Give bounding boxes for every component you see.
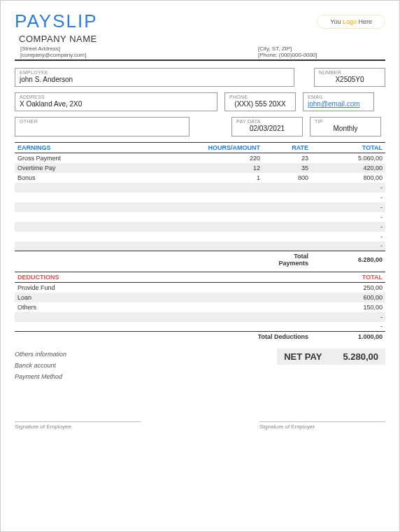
cell-desc: Others (15, 302, 311, 312)
cell-rate: 23 (263, 153, 311, 163)
cell-total: - (311, 232, 385, 241)
cell-rate (263, 202, 311, 212)
cell-total: - (311, 322, 385, 332)
net-pay-value: 5.280,00 (343, 351, 378, 362)
table-row: Provide Fund250,00 (15, 283, 385, 293)
divider (15, 59, 385, 61)
signature-employer: Signature of Employer (259, 421, 385, 430)
cell-hours: 12 (182, 163, 264, 173)
cell-desc (15, 241, 182, 251)
cell-rate: 800 (263, 173, 311, 183)
cell-total: 600,00 (311, 293, 385, 302)
company-phone: [Phone: (000)000-0000] (258, 52, 385, 58)
company-name: COMPANY NAME (19, 34, 385, 44)
cell-total: - (311, 312, 385, 322)
cell-desc (15, 232, 182, 241)
field-value: X2505Y0 (319, 76, 380, 83)
cell-rate (263, 241, 311, 251)
cell-total: - (311, 202, 385, 212)
company-street: [Street Address] (20, 46, 258, 52)
total-payments-label: Total Payments (263, 251, 311, 268)
cell-rate (263, 212, 311, 222)
table-row: - (15, 322, 385, 332)
field-label: EMPLOYEE (20, 70, 290, 75)
field-label: ADDRESS (20, 94, 213, 99)
cell-total: - (311, 212, 385, 222)
field-email: EMAIL john@email.com (303, 92, 374, 111)
col-desc: EARNINGS (15, 143, 182, 153)
field-address: ADDRESS X Oakland Ave, 2X0 (15, 92, 217, 111)
col-total: TOTAL (311, 272, 385, 283)
table-row: - (15, 312, 385, 322)
col-hours: HOURS/AMOUNT (182, 143, 264, 153)
cell-desc (15, 202, 182, 212)
cell-hours (182, 183, 264, 192)
net-pay-label: NET PAY (284, 351, 322, 362)
cell-hours (182, 192, 264, 202)
cell-desc: Loan (15, 293, 311, 302)
logo-placeholder: You Logo Here (317, 15, 385, 29)
cell-hours: 1 (182, 173, 264, 183)
table-row: Others150,00 (15, 302, 385, 312)
table-row: - (15, 241, 385, 251)
logo-text-post: Here (357, 18, 372, 25)
field-label: OTHER (20, 119, 185, 124)
field-label: PAY DATA (236, 119, 298, 124)
cell-total: 150,00 (311, 302, 385, 312)
cell-desc (15, 212, 182, 222)
field-label: PHONE (229, 94, 291, 99)
company-city: [City, ST, ZIP] (258, 46, 385, 52)
table-row: - (15, 212, 385, 222)
total-deductions-label: Total Deductions (15, 332, 311, 342)
cell-rate (263, 192, 311, 202)
field-value-link[interactable]: john@email.com (308, 100, 369, 108)
cell-hours: 220 (182, 153, 264, 163)
payment-method: Payment Method (15, 371, 66, 382)
field-value: X Oakland Ave, 2X0 (20, 100, 213, 108)
cell-hours (182, 232, 264, 241)
cell-total: 420,00 (311, 163, 385, 173)
company-email: [company@company.com] (20, 52, 258, 58)
field-value: (XXX) 555 20XX (229, 100, 291, 108)
cell-hours (182, 212, 264, 222)
cell-hours (182, 202, 264, 212)
table-row: - (15, 232, 385, 241)
cell-desc: Overtime Pay (15, 163, 182, 173)
total-payments-value: 6.280,00 (311, 251, 385, 268)
col-desc: DEDUCTIONS (15, 272, 311, 283)
field-employee: EMPLOYEE john S. Anderson (15, 68, 294, 87)
table-row: Bonus1800800,00 (15, 173, 385, 183)
logo-text-pre: You (330, 18, 343, 25)
cell-total: 800,00 (311, 173, 385, 183)
cell-desc (15, 322, 311, 332)
cell-hours (182, 241, 264, 251)
others-information: Others information (15, 349, 66, 360)
table-row: Gross Payment220235.060,00 (15, 153, 385, 163)
field-value: john S. Anderson (20, 76, 290, 83)
cell-total: 5.060,00 (311, 153, 385, 163)
net-pay-box: NET PAY 5.280,00 (277, 349, 385, 365)
cell-rate (263, 222, 311, 232)
cell-desc: Gross Payment (15, 153, 182, 163)
field-tip: TIP Monthly (310, 117, 381, 136)
signature-employee: Signature of Employee (15, 421, 141, 430)
cell-desc (15, 312, 311, 322)
logo-text-word: Logo (343, 18, 357, 25)
field-phone: PHONE (XXX) 555 20XX (224, 92, 296, 111)
earnings-table: EARNINGS HOURS/AMOUNT RATE TOTAL Gross P… (15, 142, 385, 267)
cell-desc: Provide Fund (15, 283, 311, 293)
table-row: Loan600,00 (15, 293, 385, 302)
page-title: PAYSLIP (15, 10, 98, 32)
field-label: TIP (315, 119, 376, 124)
deductions-table: DEDUCTIONS TOTAL Provide Fund250,00Loan6… (15, 272, 385, 342)
cell-total: - (311, 183, 385, 192)
cell-desc: Bonus (15, 173, 182, 183)
field-label: NUMBER (319, 70, 380, 75)
cell-rate: 35 (263, 163, 311, 173)
cell-desc (15, 183, 182, 192)
table-row: - (15, 192, 385, 202)
table-row: - (15, 183, 385, 192)
cell-hours (182, 222, 264, 232)
col-total: TOTAL (311, 143, 385, 153)
cell-rate (263, 183, 311, 192)
